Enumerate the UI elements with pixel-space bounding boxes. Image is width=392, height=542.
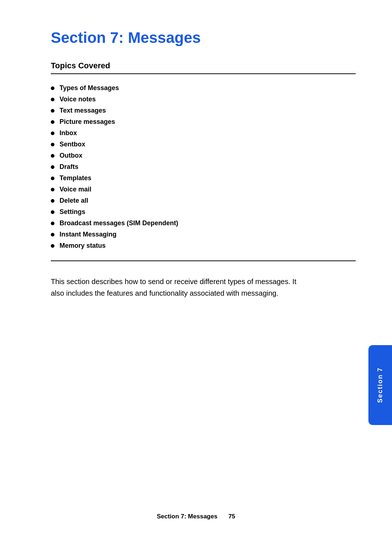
topics-list: Types of MessagesVoice notesText message…: [51, 84, 356, 250]
bullet-icon: [51, 98, 54, 101]
list-item-label: Instant Messaging: [60, 231, 117, 238]
list-item-label: Voice mail: [60, 186, 91, 193]
description-text: This section describes how to send or re…: [51, 276, 298, 299]
footer: Section 7: Messages 75: [0, 513, 392, 520]
bullet-icon: [51, 233, 54, 236]
list-item: Outbox: [51, 152, 356, 159]
list-item-label: Broadcast messages (SIM Dependent): [60, 219, 178, 227]
list-item-label: Drafts: [60, 163, 78, 171]
list-item: Memory status: [51, 242, 356, 250]
footer-section-label: Section 7: Messages: [157, 513, 217, 520]
list-item: Voice mail: [51, 186, 356, 193]
list-item: Sentbox: [51, 141, 356, 148]
list-item: Text messages: [51, 107, 356, 114]
list-item: Types of Messages: [51, 84, 356, 92]
divider-bottom: [51, 260, 356, 261]
bullet-icon: [51, 132, 54, 135]
list-item-label: Inbox: [60, 129, 77, 137]
divider-top: [51, 73, 356, 74]
list-item: Templates: [51, 174, 356, 182]
list-item-label: Voice notes: [60, 96, 96, 103]
sidebar-tab-label: Section 7: [376, 367, 384, 403]
bullet-icon: [51, 188, 54, 191]
bullet-icon: [51, 109, 54, 113]
footer-page-number: 75: [228, 513, 235, 520]
list-item-label: Types of Messages: [60, 84, 119, 92]
list-item-label: Templates: [60, 174, 91, 182]
list-item-label: Memory status: [60, 242, 106, 250]
list-item: Instant Messaging: [51, 231, 356, 238]
bullet-icon: [51, 210, 54, 214]
bullet-icon: [51, 199, 54, 203]
list-item-label: Text messages: [60, 107, 106, 114]
list-item-label: Outbox: [60, 152, 82, 159]
list-item: Inbox: [51, 129, 356, 137]
bullet-icon: [51, 222, 54, 225]
bullet-icon: [51, 86, 54, 90]
bullet-icon: [51, 143, 54, 146]
list-item-label: Sentbox: [60, 141, 85, 148]
list-item: Settings: [51, 208, 356, 216]
bullet-icon: [51, 244, 54, 248]
bullet-icon: [51, 154, 54, 158]
list-item-label: Picture messages: [60, 118, 115, 126]
bullet-icon: [51, 177, 54, 180]
bullet-icon: [51, 165, 54, 169]
list-item: Delete all: [51, 197, 356, 205]
list-item: Broadcast messages (SIM Dependent): [51, 219, 356, 227]
list-item: Voice notes: [51, 96, 356, 103]
sidebar-tab: Section 7: [368, 345, 392, 425]
list-item: Drafts: [51, 163, 356, 171]
list-item: Picture messages: [51, 118, 356, 126]
section-title: Section 7: Messages: [51, 29, 356, 46]
bullet-icon: [51, 120, 54, 124]
topics-covered-heading: Topics Covered: [51, 61, 356, 70]
list-item-label: Settings: [60, 208, 85, 216]
page-content: Section 7: Messages Topics Covered Types…: [51, 29, 356, 513]
list-item-label: Delete all: [60, 197, 88, 205]
